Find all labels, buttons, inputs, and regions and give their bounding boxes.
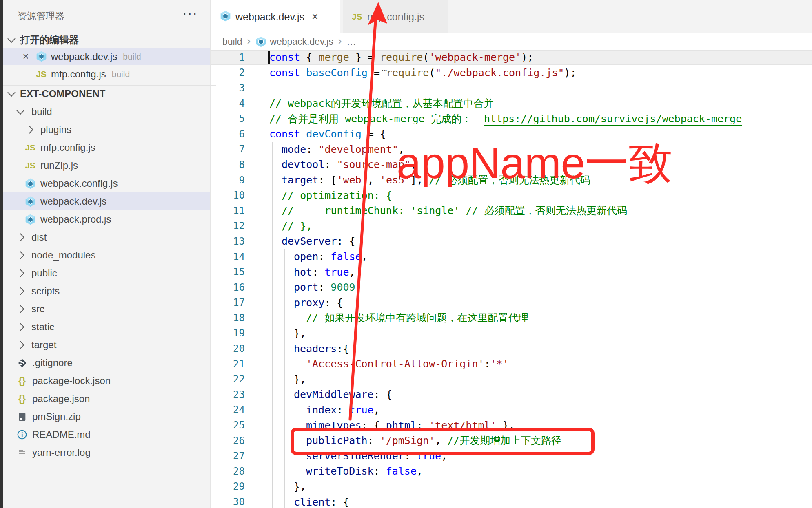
tree-item-mfp-config-js[interactable]: JSmfp.config.js xyxy=(3,139,210,157)
tree-item-webpack-dev-js[interactable]: webpack.dev.js xyxy=(3,192,210,210)
chevron-right-icon[interactable] xyxy=(16,233,24,241)
tree-item-static[interactable]: static xyxy=(3,318,210,336)
breadcrumb-item-more[interactable]: … xyxy=(347,36,356,47)
code-line-18[interactable]: 18// 如果开发环境中有跨域问题，在这里配置代理 xyxy=(210,310,812,326)
code-line-20[interactable]: 20headers:{ xyxy=(210,341,812,356)
code-line-14[interactable]: 14open: false, xyxy=(210,249,812,265)
code-line-8[interactable]: 8devtool: "source-map", xyxy=(210,157,812,172)
indent-guide xyxy=(272,264,273,280)
code-line-24[interactable]: 24index: true, xyxy=(210,402,812,418)
open-editors-header[interactable]: 打开的编辑器 xyxy=(3,32,216,48)
tree-item-package-lock-json[interactable]: {}package-lock.json xyxy=(3,372,210,390)
tree-item-public[interactable]: public xyxy=(3,264,210,282)
code-line-23[interactable]: 23devMiddleware: { xyxy=(210,387,812,402)
token: 'Access-Control-Allow-Origin' xyxy=(306,358,484,370)
tree-item-label: package-lock.json xyxy=(32,375,111,387)
tree-item-package-json[interactable]: {}package.json xyxy=(3,390,210,408)
indent-guide xyxy=(284,387,285,402)
chevron-right-icon[interactable] xyxy=(16,341,24,349)
code-line-28[interactable]: 28writeToDisk: false, xyxy=(210,464,812,479)
token: } = xyxy=(349,51,380,63)
code-line-16[interactable]: 16port: 9009, xyxy=(210,280,812,295)
token: require xyxy=(386,67,429,79)
token: }, xyxy=(294,327,306,339)
tree-item-runzip-js[interactable]: JSrunZip.js xyxy=(3,157,210,174)
chevron-down-icon[interactable] xyxy=(16,106,24,115)
code-line-27[interactable]: 27serverSideRender: true, xyxy=(210,448,812,464)
workspace-section-header[interactable]: EXT-COMPONENT xyxy=(3,85,216,102)
token: : xyxy=(484,358,490,370)
code-line-6[interactable]: 6const devConfig = { xyxy=(210,126,812,142)
chevron-right-icon[interactable] xyxy=(16,287,24,295)
tree-item-target[interactable]: target xyxy=(3,336,210,354)
close-icon[interactable]: × xyxy=(21,50,31,63)
tab-webpack-dev-js[interactable]: webpack.dev.js × xyxy=(210,0,340,33)
tree-item-label: target xyxy=(31,339,56,351)
code-line-19[interactable]: 19}, xyxy=(210,326,812,341)
tree-item-pmsign-zip[interactable]: pmSign.zip xyxy=(3,408,210,426)
tree-item-build[interactable]: build xyxy=(3,103,210,121)
code-line-21[interactable]: 21'Access-Control-Allow-Origin':'*' xyxy=(210,356,812,372)
code-area[interactable]: … 1const { merge } = require('webpack-me… xyxy=(210,50,812,508)
token: :{ xyxy=(337,343,349,355)
code-line-7[interactable]: 7mode: "development", xyxy=(210,142,812,157)
webpack-icon xyxy=(255,36,266,47)
code-line-9[interactable]: 9target: ['web', 'es5'], // 必须配置，否则无法热更新… xyxy=(210,172,812,188)
token: : xyxy=(306,144,318,155)
chevron-right-icon[interactable] xyxy=(25,126,33,134)
line-number: 21 xyxy=(210,358,245,370)
chevron-right-icon[interactable] xyxy=(16,251,24,259)
line-number: 27 xyxy=(210,450,245,462)
code-line-17[interactable]: 17proxy: { xyxy=(210,295,812,311)
indent-guide xyxy=(284,448,285,464)
code-line-29[interactable]: 29}, xyxy=(210,479,812,495)
code-line-13[interactable]: 13devServer: { xyxy=(210,234,812,249)
code-line-15[interactable]: 15hot: true, xyxy=(210,264,812,280)
code-line-1[interactable]: 1const { merge } = require('webpack-merg… xyxy=(210,50,812,65)
tree-item-webpack-prod-js[interactable]: webpack.prod.js xyxy=(3,210,210,228)
code-line-22[interactable]: 22}, xyxy=(210,371,812,387)
chevron-right-icon[interactable] xyxy=(16,323,24,331)
breadcrumb-item-build[interactable]: build xyxy=(222,36,242,47)
code-line-26[interactable]: 26publicPath: '/pmSign', //开发期增加上下文路径 xyxy=(210,433,812,448)
token: : xyxy=(312,266,324,278)
code-line-10[interactable]: 10// optimization: { xyxy=(210,188,812,203)
chevron-right-icon[interactable] xyxy=(16,269,24,277)
tree-item-label: README.md xyxy=(32,429,91,440)
tree-item-dist[interactable]: dist xyxy=(3,228,210,246)
tree-item-node-modules[interactable]: node_modules xyxy=(3,246,210,264)
code-line-content: }, xyxy=(245,371,812,387)
tree-item-webpack-config-js[interactable]: webpack.config.js xyxy=(3,174,210,192)
tree-item-scripts[interactable]: scripts xyxy=(3,282,210,300)
code-line-4[interactable]: 4// webpack的开发环境配置，从基本配置中合并 xyxy=(210,96,812,111)
breadcrumb-item-file[interactable]: webpack.dev.js xyxy=(270,36,333,47)
line-number: 18 xyxy=(210,312,245,324)
chevron-right-icon[interactable] xyxy=(16,305,24,313)
close-icon[interactable]: × xyxy=(312,11,318,23)
code-line-3[interactable]: 3 xyxy=(210,80,812,96)
tree-item-label: dist xyxy=(31,232,47,243)
tree-item-plugins[interactable]: plugins xyxy=(3,121,210,139)
code-line-30[interactable]: 30client: { xyxy=(210,494,812,508)
code-line-25[interactable]: 25mimeTypes: { phtml: 'text/html' }, xyxy=(210,417,812,433)
open-editor-item-webpack-dev[interactable]: × webpack.dev.js build xyxy=(3,48,210,65)
tree-item-src[interactable]: src xyxy=(3,300,210,318)
indent-guide xyxy=(284,280,285,295)
tree-item-yarn-error-log[interactable]: yarn-error.log xyxy=(3,444,210,462)
indent-guide xyxy=(284,341,285,356)
token: , xyxy=(441,450,447,462)
code-line-11[interactable]: 11// runtimeChunk: 'single' // 必须配置，否则无法… xyxy=(210,203,812,219)
code-line-content: index: true, xyxy=(245,402,812,418)
token xyxy=(300,67,306,79)
code-line-5[interactable]: 5// 合并是利用 webpack-merge 完成的： https://git… xyxy=(210,111,812,126)
tree-item-readme-md[interactable]: README.md xyxy=(3,426,210,444)
open-editor-item-mfp-config[interactable]: JS mfp.config.js build xyxy=(3,65,210,83)
token: 9009 xyxy=(331,281,355,293)
tab-mfp-config-js[interactable]: JS mfp.config.js xyxy=(343,0,448,33)
code-line-12[interactable]: 12// }, xyxy=(210,219,812,234)
code-line-2[interactable]: 2const baseConfig = require("./webpack.c… xyxy=(210,65,812,81)
indent-guide xyxy=(272,310,273,326)
more-actions-icon[interactable]: ··· xyxy=(182,6,198,21)
tree-item--gitignore[interactable]: .gitignore xyxy=(3,354,210,372)
token: 'es5' xyxy=(380,174,410,186)
